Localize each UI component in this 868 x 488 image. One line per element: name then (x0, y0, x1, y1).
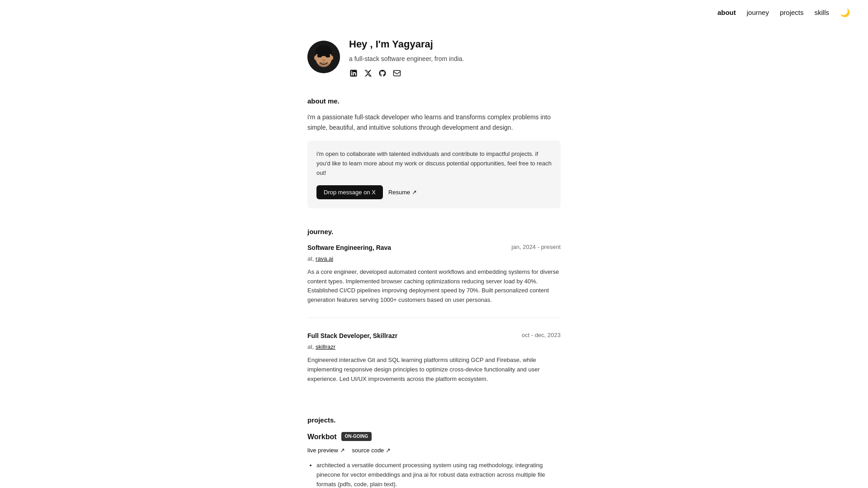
about-description: i'm a passionate full-stack developer wh… (307, 112, 561, 134)
about-section: about me. i'm a passionate full-stack de… (307, 96, 561, 208)
journey-company-prefix-1: at, (307, 255, 314, 262)
svg-rect-4 (317, 54, 322, 57)
journey-date-1: jan, 2024 - present (512, 243, 561, 252)
profile-greeting: Hey , I'm Yagyaraj (349, 36, 464, 52)
nav-about[interactable]: about (717, 7, 736, 18)
svg-point-10 (330, 56, 333, 60)
cta-buttons: Drop message on X Resume ↗ (316, 185, 552, 199)
profile-header: Hey , I'm Yagyaraj a full-stack software… (307, 36, 561, 78)
nav-skills[interactable]: skills (815, 7, 830, 18)
journey-company-link-2[interactable]: skillrazr (316, 343, 335, 350)
dark-mode-toggle[interactable]: 🌙 (840, 8, 850, 18)
journey-header-1: Software Engineering, Rava jan, 2024 - p… (307, 243, 561, 253)
project-bullet-1-1: architected a versatile document process… (316, 461, 561, 488)
svg-point-13 (351, 70, 352, 71)
svg-rect-3 (316, 50, 332, 54)
journey-item-1: Software Engineering, Rava jan, 2024 - p… (307, 243, 561, 318)
github-icon (378, 69, 387, 78)
journey-header-2: Full Stack Developer, Skillrazr oct - de… (307, 331, 561, 341)
drop-message-button[interactable]: Drop message on X (316, 185, 383, 199)
about-title: about me. (307, 96, 561, 107)
moon-icon: 🌙 (840, 8, 850, 17)
journey-desc-2: Engineered interactive Git and SQL learn… (307, 356, 561, 384)
journey-role-1: Software Engineering, Rava (307, 243, 391, 253)
svg-point-9 (314, 56, 317, 60)
projects-title: projects. (307, 415, 561, 426)
svg-point-8 (318, 62, 329, 67)
journey-date-2: oct - dec, 2023 (522, 331, 561, 340)
github-link[interactable] (378, 69, 387, 78)
journey-item-2: Full Stack Developer, Skillrazr oct - de… (307, 331, 561, 397)
journey-company-2: at, skillrazr (307, 343, 561, 352)
twitter-x-link[interactable] (363, 69, 373, 78)
journey-company-prefix-2: at, (307, 343, 314, 350)
journey-desc-1: As a core engineer, developed automated … (307, 267, 561, 305)
source-code-link[interactable]: source code ↗ (352, 446, 391, 455)
svg-rect-6 (322, 55, 326, 56)
journey-role-2: Full Stack Developer, Skillrazr (307, 331, 397, 341)
resume-button[interactable]: Resume ↗ (388, 189, 417, 196)
projects-section: projects. Workbot ON-GOING live preview … (307, 415, 561, 488)
avatar (307, 41, 340, 73)
svg-rect-5 (326, 54, 330, 57)
nav-projects[interactable]: projects (780, 7, 804, 18)
nav-journey[interactable]: journey (747, 7, 769, 18)
journey-title: journey. (307, 226, 561, 237)
project-name-1: Workbot (307, 431, 337, 443)
profile-subtitle: a full-stack software engineer, from ind… (349, 54, 464, 64)
journey-company-1: at, rava.ai (307, 254, 561, 264)
email-icon (392, 69, 401, 78)
live-preview-link[interactable]: live preview ↗ (307, 446, 345, 455)
twitter-x-icon (363, 69, 373, 78)
svg-rect-14 (394, 70, 401, 76)
collab-text: i'm open to collaborate with talented in… (316, 150, 552, 178)
svg-rect-12 (351, 72, 352, 75)
profile-info: Hey , I'm Yagyaraj a full-stack software… (349, 36, 464, 78)
linkedin-link[interactable] (349, 69, 358, 78)
journey-section: journey. Software Engineering, Rava jan,… (307, 226, 561, 397)
project-item-1: Workbot ON-GOING live preview ↗ source c… (307, 431, 561, 488)
project-header-1: Workbot ON-GOING (307, 431, 561, 443)
project-links-1: live preview ↗ source code ↗ (307, 446, 561, 455)
collab-box: i'm open to collaborate with talented in… (307, 141, 561, 208)
linkedin-icon (349, 69, 358, 78)
main-nav: about journey projects skills 🌙 (0, 0, 868, 25)
project-badge-1: ON-GOING (341, 432, 372, 441)
svg-point-7 (322, 59, 325, 61)
journey-company-link-1[interactable]: rava.ai (316, 255, 333, 262)
email-link[interactable] (392, 69, 401, 78)
project-bullets-1: architected a versatile document process… (307, 461, 561, 488)
social-links (349, 69, 464, 78)
